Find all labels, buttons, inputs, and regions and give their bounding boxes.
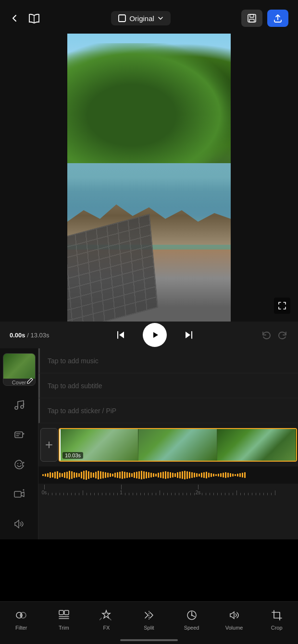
ruler-tick (87, 493, 87, 495)
waveform-bar (124, 472, 125, 478)
ruler-mark (135, 493, 138, 495)
ruler-mark (81, 490, 85, 495)
ruler-mark (142, 493, 146, 495)
back-button[interactable] (10, 13, 19, 23)
music-track[interactable]: Tap to add music (38, 348, 298, 373)
undo-icon (261, 330, 271, 340)
waveform-bar (122, 471, 123, 479)
subtitle-track[interactable]: Tap to add subtitle (38, 373, 298, 398)
ruler-tick (221, 493, 222, 495)
ruler-mark (254, 493, 258, 495)
export-button[interactable] (267, 10, 288, 27)
waveform-bar (64, 472, 65, 478)
ruler-tick (256, 493, 256, 495)
svg-rect-7 (15, 432, 23, 438)
ruler-mark (88, 493, 92, 495)
volume-bottom-icon (227, 608, 241, 623)
waveform-bar (223, 473, 224, 477)
play-button[interactable] (143, 323, 167, 347)
ruler-tick (156, 493, 156, 495)
ruler-mark (211, 493, 215, 495)
add-music-tool[interactable] (9, 394, 30, 416)
waveform-bar (131, 473, 133, 477)
waveform-bar (160, 472, 161, 478)
waveform-bar (211, 473, 212, 477)
waveform-bar (227, 473, 229, 477)
ruler-tick (236, 490, 237, 495)
waveform-bar (98, 471, 99, 479)
music-track-label: Tap to add music (44, 357, 102, 365)
video-track: 10.03s (38, 423, 298, 466)
add-subtitle-tool[interactable] (9, 424, 30, 445)
ruler-mark (62, 493, 65, 495)
crop-label: Crop (271, 625, 283, 631)
add-video-tool[interactable] (9, 484, 30, 505)
sticker-track[interactable]: Tap to add sticker / PiP (38, 398, 298, 423)
cover-thumbnail[interactable]: Cover (3, 353, 36, 386)
fx-icon (99, 608, 113, 623)
ruler-tick (125, 493, 125, 495)
waveform-bar (50, 472, 51, 478)
volume-tool[interactable] (9, 513, 30, 535)
split-tool[interactable]: Split (135, 608, 163, 631)
ruler-mark (46, 493, 50, 495)
ruler-mark (273, 490, 277, 495)
playback-bar: 0.00s / 13.03s (0, 322, 298, 348)
waveform-bar (218, 474, 219, 477)
waveform-bar (136, 472, 137, 478)
waveform-bar (52, 473, 53, 477)
waveform-bar (45, 474, 46, 477)
fullscreen-icon (278, 301, 286, 310)
ruler-tick (179, 493, 179, 495)
fx-tool[interactable]: FX (92, 608, 121, 631)
save-button[interactable] (241, 10, 262, 27)
ruler-mark (54, 493, 58, 495)
ruler-tick (271, 493, 272, 495)
fullscreen-button[interactable] (274, 298, 290, 314)
waveform-bar (244, 472, 246, 478)
clip-add-button[interactable] (40, 428, 58, 462)
ruler-mark (115, 493, 119, 495)
volume-bottom-tool[interactable]: Volume (220, 608, 248, 631)
ruler-tick (90, 493, 91, 495)
skip-back-button[interactable] (110, 324, 131, 346)
waveform-bar (239, 473, 241, 477)
ruler-tick (229, 493, 229, 495)
ruler-tick (167, 493, 168, 495)
ruler-mark (258, 493, 261, 495)
crop-tool[interactable]: Crop (262, 608, 291, 631)
scene-trees (67, 43, 231, 163)
home-indicator (120, 639, 178, 641)
ruler-tick (163, 493, 164, 495)
redo-button[interactable] (278, 330, 288, 340)
ruler-mark (104, 493, 108, 495)
book-button[interactable] (28, 13, 40, 24)
video-clip[interactable]: 10.03s (59, 428, 297, 462)
waveform-bar (138, 471, 140, 479)
ruler-tick (206, 493, 206, 495)
add-sticker-tool[interactable] (9, 454, 30, 475)
ruler-tick (67, 493, 68, 495)
aspect-ratio-selector[interactable]: Original (111, 11, 171, 25)
sticker-track-label: Tap to add sticker / PiP (44, 407, 120, 415)
aspect-ratio-icon (118, 14, 126, 23)
ruler-mark (227, 493, 231, 495)
undo-button[interactable] (261, 330, 271, 340)
trim-tool[interactable]: Trim (50, 608, 78, 631)
timeline-content: Tap to add music Tap to add subtitle Tap… (38, 348, 298, 539)
ruler-mark (77, 493, 81, 495)
waveform-bar (105, 472, 106, 478)
filter-label: Filter (15, 625, 27, 631)
speed-tool[interactable]: Speed (177, 608, 206, 631)
waveform-bar (230, 473, 231, 477)
filter-tool[interactable]: Filter (7, 608, 36, 631)
chevron-down-icon (157, 15, 164, 22)
ruler-tick (140, 493, 141, 495)
svg-point-8 (17, 463, 18, 464)
ruler-tick (225, 493, 225, 495)
ruler-tick (252, 493, 252, 495)
skip-forward-button[interactable] (178, 324, 199, 346)
waveform-bar (208, 473, 210, 477)
svg-rect-14 (64, 610, 69, 615)
ruler-mark (123, 493, 127, 495)
